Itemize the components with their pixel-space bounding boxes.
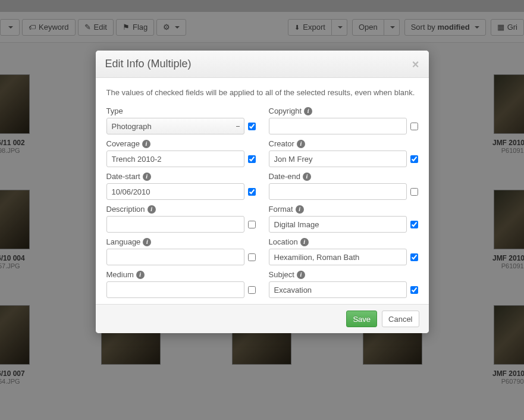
datestart-apply-checkbox[interactable] (248, 188, 256, 196)
format-label: Format i (269, 205, 418, 214)
modal-footer: Save Cancel (96, 304, 429, 333)
datestart-field: Date-start i (106, 172, 256, 200)
creator-label: Creator i (269, 139, 418, 148)
coverage-row (106, 151, 256, 167)
copyright-row (269, 118, 418, 134)
dateend-label: Date-end i (269, 172, 418, 181)
info-icon[interactable]: i (297, 271, 305, 279)
copyright-input[interactable] (269, 118, 407, 134)
datestart-input[interactable] (106, 183, 244, 200)
medium-label: Medium i (106, 270, 256, 279)
description-field: Description i (106, 205, 256, 233)
format-row (269, 216, 418, 233)
description-label: Description i (106, 205, 256, 214)
subject-label: Subject i (269, 270, 418, 279)
dateend-input[interactable] (269, 183, 407, 200)
type-field: Type Photograph (106, 106, 256, 134)
creator-apply-checkbox[interactable] (410, 155, 418, 163)
copyright-field: Copyright i (269, 106, 418, 134)
info-icon[interactable]: i (303, 173, 311, 181)
subject-row (269, 281, 418, 298)
type-apply-checkbox[interactable] (248, 123, 256, 130)
medium-field: Medium i (106, 270, 256, 298)
coverage-input[interactable] (106, 151, 244, 167)
language-row (106, 249, 256, 265)
coverage-apply-checkbox[interactable] (248, 155, 256, 163)
cancel-button[interactable]: Cancel (382, 311, 419, 327)
creator-input[interactable] (269, 151, 407, 167)
info-icon[interactable]: i (142, 140, 150, 148)
description-apply-checkbox[interactable] (248, 221, 256, 228)
medium-apply-checkbox[interactable] (248, 286, 256, 294)
location-label: Location i (269, 237, 418, 246)
location-apply-checkbox[interactable] (410, 253, 418, 261)
info-icon[interactable]: i (148, 205, 156, 214)
medium-input[interactable] (106, 281, 244, 298)
language-field: Language i (106, 237, 256, 265)
close-icon[interactable]: × (412, 58, 419, 70)
dateend-field: Date-end i (269, 172, 418, 200)
language-input[interactable] (106, 249, 244, 265)
info-icon[interactable]: i (143, 173, 151, 181)
datestart-label: Date-start i (106, 172, 256, 181)
info-icon[interactable]: i (304, 107, 312, 115)
info-icon[interactable]: i (296, 205, 304, 214)
format-field: Format i (269, 205, 418, 233)
type-select[interactable]: Photograph (106, 118, 244, 134)
language-label: Language i (106, 237, 256, 246)
description-input[interactable] (106, 216, 244, 233)
dateend-row (269, 183, 418, 200)
location-input[interactable] (269, 249, 407, 265)
coverage-label: Coverage i (106, 139, 256, 148)
datestart-row (106, 183, 256, 200)
creator-field: Creator i (269, 139, 418, 167)
medium-row (106, 281, 256, 298)
copyright-label: Copyright i (269, 106, 418, 115)
info-icon[interactable]: i (297, 140, 305, 148)
modal-body: The values of checked fields will be app… (96, 78, 429, 304)
location-row (269, 249, 418, 265)
dateend-apply-checkbox[interactable] (410, 188, 418, 196)
type-row: Photograph (106, 118, 256, 134)
modal-description: The values of checked fields will be app… (106, 87, 418, 98)
creator-row (269, 151, 418, 167)
subject-field: Subject i (269, 270, 418, 298)
type-label: Type (106, 106, 256, 115)
subject-input[interactable] (269, 281, 407, 298)
copyright-apply-checkbox[interactable] (410, 123, 418, 130)
subject-apply-checkbox[interactable] (410, 286, 418, 294)
info-icon[interactable]: i (136, 271, 145, 279)
format-input[interactable] (269, 216, 407, 233)
coverage-field: Coverage i (106, 139, 256, 167)
info-icon[interactable]: i (143, 238, 151, 246)
modal-header: Edit Info (Multiple) × (96, 51, 429, 78)
modal-overlay: Edit Info (Multiple) × The values of che… (0, 0, 524, 420)
description-row (106, 216, 256, 233)
modal-form: Type PhotographCopyright iCoverage iCrea… (106, 106, 418, 298)
modal-title: Edit Info (Multiple) (105, 58, 192, 70)
edit-info-modal: Edit Info (Multiple) × The values of che… (96, 51, 429, 333)
location-field: Location i (269, 237, 418, 265)
language-apply-checkbox[interactable] (248, 253, 256, 261)
format-apply-checkbox[interactable] (410, 221, 418, 228)
save-button[interactable]: Save (346, 311, 377, 327)
info-icon[interactable]: i (300, 238, 309, 246)
